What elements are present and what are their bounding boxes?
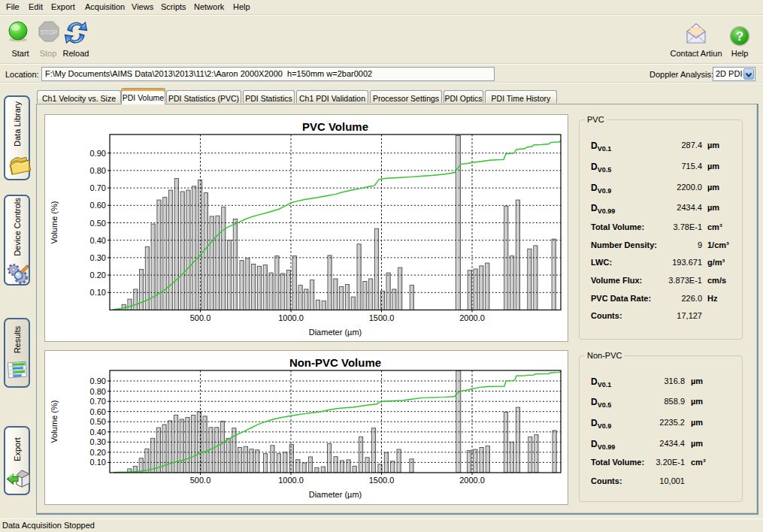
svg-text:STOP: STOP — [41, 29, 58, 36]
svg-text:0.90: 0.90 — [90, 376, 106, 385]
svg-text:0.40: 0.40 — [90, 428, 106, 437]
svg-text:0.80: 0.80 — [90, 387, 106, 396]
svg-text:0.70: 0.70 — [90, 183, 106, 192]
svg-text:0.20: 0.20 — [90, 448, 106, 457]
svg-text:0.50: 0.50 — [90, 417, 106, 426]
svg-text:0.90: 0.90 — [90, 149, 106, 158]
svg-text:Diameter (µm): Diameter (µm) — [309, 328, 362, 337]
svg-text:0.60: 0.60 — [90, 407, 106, 416]
svg-text:2000.0: 2000.0 — [459, 476, 485, 485]
svg-text:1000.0: 1000.0 — [278, 476, 304, 485]
svg-text:2000.0: 2000.0 — [459, 313, 485, 322]
svg-text:0.50: 0.50 — [90, 219, 106, 228]
svg-text:500.0: 500.0 — [190, 476, 211, 485]
svg-text:Volume (%): Volume (%) — [50, 201, 59, 244]
svg-text:0.30: 0.30 — [90, 437, 106, 446]
svg-text:?: ? — [736, 29, 743, 44]
svg-text:1500.0: 1500.0 — [369, 476, 395, 485]
svg-text:0.10: 0.10 — [90, 288, 106, 297]
svg-text:1000.0: 1000.0 — [278, 313, 304, 322]
svg-text:PVC Volume: PVC Volume — [302, 120, 368, 133]
svg-text:Diameter (µm): Diameter (µm) — [309, 490, 362, 499]
svg-text:0.30: 0.30 — [90, 253, 106, 262]
svg-text:0.80: 0.80 — [90, 166, 106, 175]
svg-text:1500.0: 1500.0 — [369, 313, 395, 322]
svg-text:0.10: 0.10 — [90, 458, 106, 467]
svg-text:Volume (%): Volume (%) — [50, 401, 59, 443]
svg-text:500.0: 500.0 — [190, 313, 211, 322]
svg-text:0.70: 0.70 — [90, 397, 106, 406]
svg-text:0.20: 0.20 — [90, 271, 106, 280]
svg-text:0.60: 0.60 — [90, 201, 106, 210]
svg-text:Non-PVC Volume: Non-PVC Volume — [289, 356, 381, 369]
svg-text:0.40: 0.40 — [90, 236, 106, 245]
